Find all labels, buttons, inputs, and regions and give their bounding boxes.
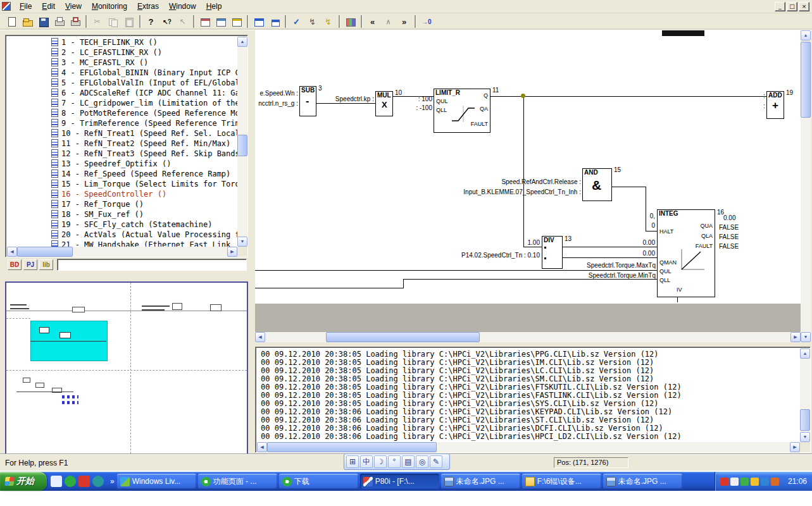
menu-item[interactable]: Edit xyxy=(37,1,60,12)
ime-icon[interactable]: ° xyxy=(388,455,401,468)
fb-sub[interactable]: SUB 3 - xyxy=(299,86,316,116)
toolbar-button[interactable] xyxy=(365,15,380,28)
menu-item[interactable]: Window xyxy=(164,1,201,12)
menu-item[interactable]: File xyxy=(15,1,37,12)
tray-icon[interactable] xyxy=(720,478,728,486)
tree-item[interactable]: 7 - LC_gridpower_lim (Limitation of the … xyxy=(7,99,237,109)
toolbar-button[interactable] xyxy=(321,15,335,28)
taskbar-button[interactable]: 下载 xyxy=(279,474,358,489)
scroll-up-arrow[interactable] xyxy=(801,30,811,40)
tree-item[interactable]: 3 - MC_EFASTL_RX () xyxy=(7,58,237,68)
taskbar-button[interactable]: F:\6辊\设备... xyxy=(522,474,601,489)
menu-item[interactable]: Monitoring xyxy=(87,1,132,12)
fb-add[interactable]: ADD 19 + xyxy=(766,91,784,119)
toolbar-button[interactable] xyxy=(267,15,282,28)
toolbar-button[interactable] xyxy=(343,15,358,28)
tree-item[interactable]: 8 - PotMotReference (Speed Reference Mot… xyxy=(7,109,237,119)
toolbar-button[interactable] xyxy=(419,15,434,28)
scrollbar-thumb[interactable] xyxy=(17,247,73,257)
fb-and[interactable]: AND 15 & xyxy=(582,168,612,201)
ime-icon[interactable]: 中 xyxy=(360,455,373,468)
scrollbar-thumb[interactable] xyxy=(267,442,437,452)
taskbar-button[interactable]: Windows Liv... xyxy=(117,474,196,489)
scroll-right-arrow[interactable] xyxy=(790,332,801,342)
scrollbar-thumb[interactable] xyxy=(800,409,810,431)
scroll-right-arrow[interactable] xyxy=(227,247,237,257)
tree-item[interactable]: 19 - SFC_Fly_catch (Statemachine) xyxy=(7,220,237,230)
quick-launch-overflow-chevron[interactable]: » xyxy=(108,477,117,486)
quick-launch-icon[interactable] xyxy=(51,476,62,487)
scrollbar-thumb[interactable] xyxy=(801,42,811,118)
tray-icon[interactable] xyxy=(761,478,769,486)
close-button[interactable]: × xyxy=(799,2,809,11)
fb-mul[interactable]: MUL 10 X xyxy=(375,91,393,116)
scrollbar-thumb[interactable] xyxy=(326,332,480,342)
menu-item[interactable]: Help xyxy=(201,1,227,12)
ime-icon[interactable]: ▤ xyxy=(402,455,415,468)
clipped-block[interactable] xyxy=(662,30,704,36)
tree-item[interactable]: 17 - Ref_Torque () xyxy=(7,200,237,210)
tree-vertical-scrollbar[interactable] xyxy=(237,37,247,247)
tree-item[interactable]: 16 - SpeedController () xyxy=(7,190,237,200)
taskbar-button[interactable]: 未命名.JPG ... xyxy=(603,474,682,489)
log-vertical-scrollbar[interactable] xyxy=(800,349,810,442)
panel-tab[interactable]: lib xyxy=(39,259,53,270)
log-horizontal-scrollbar[interactable] xyxy=(257,442,800,452)
tree-item[interactable]: 21 - MW_Handshake (Ethernet Fast Link xyxy=(7,240,237,247)
tray-icon[interactable] xyxy=(730,478,739,486)
toolbar-button[interactable] xyxy=(213,15,228,28)
fb-limit-r[interactable]: LIMIT_R 11 QUL QLL Q QA FAULT xyxy=(434,89,490,133)
tree-item[interactable]: 5 - EFLGlobalValIn (Input of EFL/Global … xyxy=(7,78,237,89)
scroll-up-arrow[interactable] xyxy=(237,37,247,47)
ime-icon[interactable]: ◎ xyxy=(416,455,428,468)
toolbar-button[interactable] xyxy=(52,15,66,28)
tree-item[interactable]: 1 - TECH_EFLINK_RX () xyxy=(7,38,237,48)
toolbar-button[interactable] xyxy=(175,15,190,28)
toolbar-button[interactable] xyxy=(144,15,158,28)
tree-item[interactable]: 12 - RefN_Treat3 (Speed Ref. Skip Bands) xyxy=(7,149,237,159)
taskbar-button[interactable]: 未命名.JPG ... xyxy=(441,474,520,489)
tray-icon[interactable] xyxy=(740,478,749,486)
toolbar-button[interactable] xyxy=(90,15,104,28)
toolbar-button[interactable] xyxy=(106,15,120,28)
minimize-button[interactable]: _ xyxy=(775,2,785,11)
canvas-vertical-scrollbar[interactable] xyxy=(801,30,811,342)
tree-item[interactable]: 18 - SM_Fux_ref () xyxy=(7,210,237,220)
tray-icon[interactable] xyxy=(771,478,779,486)
scroll-left-arrow[interactable] xyxy=(255,332,265,342)
tray-icon[interactable] xyxy=(751,478,759,486)
quick-launch-icon[interactable] xyxy=(78,476,90,487)
panel-tab[interactable]: PJ xyxy=(23,259,37,270)
menu-item[interactable]: Extras xyxy=(132,1,164,12)
toolbar-button[interactable] xyxy=(68,15,82,28)
ime-language-bar[interactable]: ⊞中☽°▤◎✎ xyxy=(344,454,450,470)
taskbar-button[interactable]: 功能页面 - ... xyxy=(198,474,277,489)
canvas-horizontal-scrollbar[interactable] xyxy=(255,332,801,342)
tree-item[interactable]: 6 - ADCScaleRef (ICP ADC Channel 11: Gai… xyxy=(7,89,237,99)
tree-item[interactable]: 13 - Speedref_Optifix () xyxy=(7,159,237,170)
tree-item[interactable]: 14 - Ref_Speed (Speed Reference Ramp) xyxy=(7,170,237,180)
menu-item[interactable]: View xyxy=(60,1,87,12)
toolbar-button[interactable] xyxy=(122,15,136,28)
scroll-up-arrow[interactable] xyxy=(800,349,810,359)
diagram-canvas[interactable]: SUB 3 - MUL 10 X LIMIT_R 11 QUL QLL Q QA… xyxy=(255,30,801,332)
quick-launch-icon[interactable] xyxy=(92,476,104,487)
toolbar-button[interactable] xyxy=(197,15,212,28)
scroll-down-arrow[interactable] xyxy=(800,432,810,442)
tree-item[interactable]: 4 - EFLGlobal_BININ (Binary Input ICP CA… xyxy=(7,68,237,78)
scroll-down-arrow[interactable] xyxy=(801,332,811,342)
tree-item[interactable]: 9 - TrimReference (Speed Reference Trim … xyxy=(7,119,237,129)
scroll-left-arrow[interactable] xyxy=(257,442,267,452)
toolbar-button[interactable] xyxy=(289,15,304,28)
tree-item[interactable]: 20 - ActVals (Actual Value Processing fo… xyxy=(7,230,237,240)
overview-panel[interactable] xyxy=(5,281,248,455)
tree-horizontal-scrollbar[interactable] xyxy=(7,247,237,257)
scroll-right-arrow[interactable] xyxy=(790,442,800,452)
toolbar-button[interactable] xyxy=(20,15,35,28)
tree-item[interactable]: 2 - LC_EFASTLINK_RX () xyxy=(7,48,237,58)
toolbar-button[interactable] xyxy=(36,15,51,28)
toolbar-button[interactable] xyxy=(305,15,320,28)
quick-launch-icon[interactable] xyxy=(65,476,76,487)
tree-item[interactable]: 10 - RefN_Treat1 (Speed Ref. Sel. Local/… xyxy=(7,129,237,139)
tree-item[interactable]: 11 - RefN_Treat2 (Speed Ref. Min/Max) xyxy=(7,139,237,149)
